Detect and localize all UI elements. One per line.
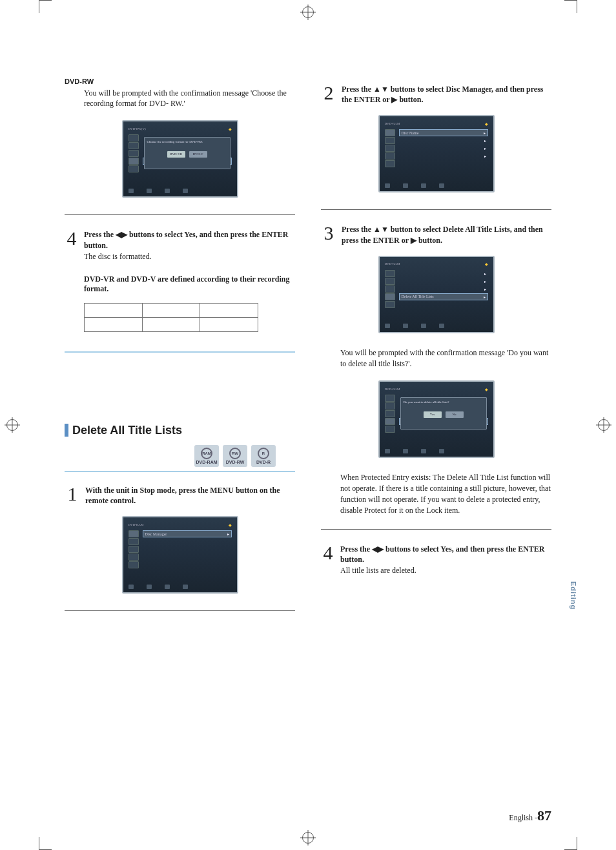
crop-mark [564,837,577,850]
crop-mark [564,0,577,13]
registration-mark [598,419,610,431]
recording-format-note: DVD-VR and DVD-V are defined according t… [84,275,295,294]
blue-divider [65,471,295,472]
section-title-text: Delete All Title Lists [72,424,182,437]
step-4-right: 4 Press the ◀▶ buttons to select Yes, an… [321,544,551,575]
disc-badges: RAMDVD-RAM RWDVD-RW RDVD-R [65,445,276,467]
step-text: Press the ◀▶ buttons to select Yes, and … [340,544,551,565]
screenshot-delete-confirm: DVD-RAM◆ ▸ ▸ ▸ ▸ Do you want to delete a… [378,380,495,458]
blue-divider [65,351,295,353]
step-1: 1 With the unit in Stop mode, press the … [65,485,295,506]
registration-mark [302,6,314,18]
crop-mark [39,837,52,850]
step-text: With the unit in Stop mode, press the ME… [85,485,295,506]
step-3: 3 Press the ▲▼ button to select Delete A… [321,224,551,245]
sidebar-section-label: Editing [570,581,577,610]
page-number: 87 [537,807,551,824]
step-number: 4 [321,544,335,575]
registration-mark [6,419,18,431]
divider [65,214,295,215]
badge-dvd-rw: RWDVD-RW [223,445,247,467]
badge-dvd-r: RDVD-R [251,445,276,467]
divider [65,610,295,611]
divider [321,529,551,530]
crop-mark [39,0,52,13]
screenshot-main-menu: DVD-RAM◆ Disc Manager▸ [122,516,238,594]
step-number: 3 [321,224,336,245]
format-table [84,303,258,332]
step-4-left: 4 Press the ◀▶ buttons to select Yes, an… [65,229,295,261]
section-title: Delete All Title Lists [65,424,295,437]
step-subtext: The disc is formatted. [84,252,295,262]
step-2: 2 Press the ▲▼ buttons to select Disc Ma… [321,84,551,105]
dvdrw-body: You will be prompted with the confirmati… [84,88,295,109]
screenshot-format-confirm: DVD-RW(V)◆ ▸ ▸ ▸ ▸ Choose the recording … [122,120,238,198]
screenshot-disc-manager: DVD-RAM◆ Disc Name▸ ▸ ▸ ▸ [378,115,495,192]
confirm-message-text: You will be prompted with the confirmati… [340,347,551,369]
screenshot-delete-all-select: DVD-RAM◆ ▸ ▸ ▸ Delete All Title Lists▸ [378,256,495,333]
footer-lang: English - [509,813,537,822]
step-number: 2 [321,84,336,105]
registration-mark [302,832,314,844]
page-footer: English -87 [509,807,551,824]
step-text: Press the ◀▶ buttons to select Yes, and … [84,229,295,250]
step-number: 1 [65,485,80,506]
step-text: Press the ▲▼ button to select Delete All… [342,224,551,245]
step-subtext: All title lists are deleted. [340,566,551,575]
section-title-bar [65,424,68,437]
protected-entry-note: When Protected Entry exists: The Delete … [340,472,551,515]
step-number: 4 [65,229,79,261]
step-text: Press the ▲▼ buttons to select Disc Mana… [342,84,551,105]
dvdrw-heading: DVD-RW [65,78,295,85]
divider [321,209,551,210]
badge-dvd-ram: RAMDVD-RAM [194,445,219,467]
